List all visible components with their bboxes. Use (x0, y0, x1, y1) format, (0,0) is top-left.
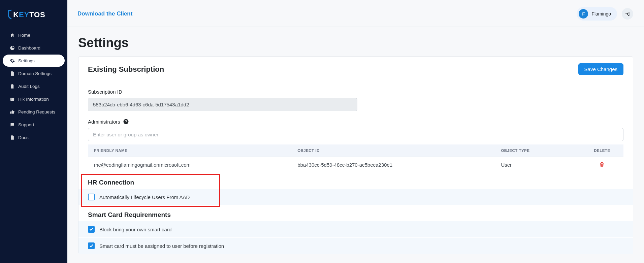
download-client-link[interactable]: Download the Client (77, 10, 132, 17)
smartcard-assigned-option[interactable]: Smart card must be assigned to user befo… (78, 237, 633, 254)
brand-logo: KEYTOS (0, 4, 67, 28)
home-icon (9, 32, 15, 38)
sidebar-item-hr-information[interactable]: HR Information (3, 93, 65, 105)
administrators-table: FRIENDLY NAME OBJECT ID OBJECT TYPE DELE… (88, 144, 623, 173)
option-label: Smart card must be assigned to user befo… (99, 243, 224, 249)
help-icon[interactable]: ? (123, 119, 129, 125)
person-card-icon (9, 96, 15, 102)
avatar: F (579, 9, 588, 19)
col-object-type: OBJECT TYPE (495, 144, 580, 157)
subscription-id-label: Subscription ID (88, 89, 364, 95)
sidebar-item-support[interactable]: Support (3, 119, 65, 131)
thumbs-up-icon (9, 109, 15, 114)
administrators-label: Administrators (88, 119, 120, 125)
sidebar-item-label: Pending Requests (18, 109, 55, 114)
sidebar-item-label: Audit Logs (18, 84, 40, 89)
sidebar-item-label: Dashboard (18, 45, 40, 51)
chat-icon (9, 122, 15, 127)
sidebar-item-label: Settings (18, 58, 35, 63)
save-changes-button[interactable]: Save Changes (578, 63, 623, 75)
option-label: Automatically Lifecycle Users From AAD (99, 194, 190, 200)
user-name: Flamingo (591, 11, 611, 17)
sidebar: KEYTOS Home Dashboard Settings Domain Se… (0, 0, 67, 263)
user-menu[interactable]: F Flamingo (577, 7, 617, 21)
checkbox-unchecked[interactable] (88, 194, 95, 200)
file-icon (9, 135, 15, 140)
trash-icon (599, 162, 605, 167)
sidebar-item-label: Domain Settings (18, 71, 52, 76)
card-title: Existing Subscription (88, 65, 164, 74)
svg-point-2 (11, 98, 12, 99)
sidebar-item-docs[interactable]: Docs (3, 131, 65, 143)
dashboard-icon (9, 45, 15, 51)
svg-rect-1 (10, 98, 14, 101)
sidebar-item-home[interactable]: Home (3, 29, 65, 41)
clipboard-icon (9, 84, 15, 89)
page-title: Settings (78, 36, 633, 50)
sidebar-item-label: HR Information (18, 97, 49, 102)
col-delete: DELETE (581, 144, 623, 157)
sidebar-item-pending-requests[interactable]: Pending Requests (3, 106, 65, 118)
gear-icon (9, 58, 15, 63)
hr-connection-title: HR Connection (88, 173, 623, 189)
svg-text:?: ? (125, 120, 127, 124)
cell-object-id: bba430cc-5d59-48cc-b270-ac5beca230e1 (291, 157, 495, 173)
option-label: Block bring your own smart card (99, 227, 171, 232)
delete-button[interactable] (599, 162, 605, 167)
document-icon (9, 71, 15, 76)
sidebar-item-settings[interactable]: Settings (3, 55, 65, 67)
sidebar-item-audit-logs[interactable]: Audit Logs (3, 80, 65, 92)
svg-text:KEYTOS: KEYTOS (13, 10, 45, 19)
hr-lifecycle-option[interactable]: Automatically Lifecycle Users From AAD (78, 189, 633, 205)
logout-button[interactable] (622, 8, 633, 20)
administrators-input[interactable] (88, 128, 623, 141)
main-content: Download the Client F Flamingo Settings … (67, 0, 644, 263)
logout-icon (625, 11, 630, 17)
sidebar-item-domain-settings[interactable]: Domain Settings (3, 67, 65, 79)
checkbox-checked[interactable] (88, 242, 95, 249)
sidebar-item-label: Support (18, 122, 34, 127)
cell-object-type: User (495, 157, 580, 173)
table-row: me@codingflamingogmail.onmicrosoft.com b… (88, 157, 623, 173)
col-object-id: OBJECT ID (291, 144, 495, 157)
sidebar-item-label: Home (18, 33, 30, 38)
col-friendly-name: FRIENDLY NAME (88, 144, 291, 157)
checkbox-checked[interactable] (88, 226, 95, 233)
settings-card: Existing Subscription Save Changes Subsc… (78, 56, 633, 254)
sidebar-item-label: Docs (18, 135, 29, 140)
smartcard-title: Smart Card Requirenments (78, 205, 633, 221)
smartcard-block-byo-option[interactable]: Block bring your own smart card (78, 221, 633, 237)
sidebar-item-dashboard[interactable]: Dashboard (3, 42, 65, 54)
cell-friendly-name: me@codingflamingogmail.onmicrosoft.com (88, 157, 291, 173)
topbar: Download the Client F Flamingo (67, 1, 644, 27)
subscription-id-value: 583b24cb-ebb6-4d63-c6da-5d17543a1dd2 (88, 98, 357, 111)
